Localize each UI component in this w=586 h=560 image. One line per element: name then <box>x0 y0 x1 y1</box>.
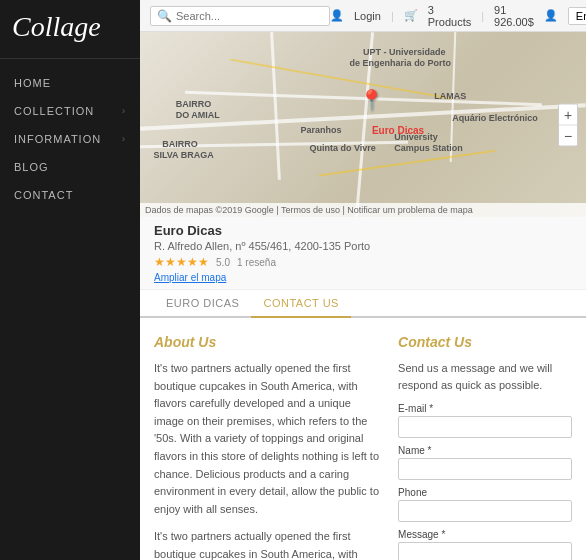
review-count: 1 reseña <box>237 257 276 268</box>
email-label: E-mail * <box>398 403 572 414</box>
star-rating: ★★★★★ <box>154 255 209 269</box>
contact-section: Contact Us Send us a message and we will… <box>398 334 572 560</box>
business-address: R. Alfredo Allen, nº 455/461, 4200-135 P… <box>154 240 572 252</box>
map-label: UPT - Universidade <box>363 47 446 57</box>
map-label: Aquário Electrónico <box>452 113 538 123</box>
about-title: About Us <box>154 334 380 350</box>
contact-description: Send us a message and we will respond as… <box>398 360 572 393</box>
top-bar-right: 👤 Login | 🛒 3 Products | 91 926.00$ 👤 En… <box>330 4 586 28</box>
email-field-container: E-mail * <box>398 403 572 438</box>
name-label: Name * <box>398 445 572 456</box>
chevron-right-icon: › <box>122 134 126 144</box>
sidebar-nav: HOME COLLECTION › INFORMATION › BLOG CON… <box>0 69 140 209</box>
message-input[interactable] <box>398 542 572 560</box>
top-bar: 🔍 👤 Login | 🛒 3 Products | 91 926.00$ 👤 … <box>140 0 586 32</box>
cart-icon: 🛒 <box>404 9 418 22</box>
tabs-bar: EURO DICAS CONTACT US <box>140 290 586 318</box>
search-bar[interactable]: 🔍 <box>150 6 330 26</box>
user-icon: 👤 <box>330 9 344 22</box>
content-area: About Us It's two partners actually open… <box>140 318 586 560</box>
map-label: DO AMIAL <box>176 110 220 120</box>
message-label: Message * <box>398 529 572 540</box>
business-name: Euro Dicas <box>154 223 572 238</box>
logo: Collage <box>0 0 140 59</box>
sidebar-item-collection[interactable]: COLLECTION › <box>0 97 140 125</box>
price-display: 91 926.00$ <box>494 4 534 28</box>
map-section: UPT - Universidade de Engenharia do Port… <box>140 32 586 217</box>
map-label: LAMAS <box>434 91 466 101</box>
phone-label: Phone <box>398 487 572 498</box>
chevron-right-icon: › <box>122 106 126 116</box>
phone-field-container: Phone <box>398 487 572 522</box>
language-selector[interactable]: English Español Português <box>568 7 586 25</box>
enlarge-map-link[interactable]: Ampliar el mapa <box>154 272 226 283</box>
about-section: About Us It's two partners actually open… <box>154 334 380 560</box>
main-content: 🔍 👤 Login | 🛒 3 Products | 91 926.00$ 👤 … <box>140 0 586 560</box>
map-road <box>319 149 496 176</box>
rating-value: 5.0 <box>216 257 230 268</box>
map-zoom-controls: + − <box>558 103 578 146</box>
map-pin: 📍 <box>359 90 384 110</box>
zoom-out-button[interactable]: − <box>559 125 577 145</box>
search-icon: 🔍 <box>157 9 172 23</box>
about-paragraph-2: It's two partners actually opened the fi… <box>154 528 380 560</box>
map-attribution: Dados de mapas ©2019 Google | Termos de … <box>145 205 473 215</box>
name-input[interactable] <box>398 458 572 480</box>
sidebar-item-blog[interactable]: BLOG <box>0 153 140 181</box>
map-label: SILVA BRAGA <box>153 150 213 160</box>
email-input[interactable] <box>398 416 572 438</box>
search-input[interactable] <box>176 10 323 22</box>
map-placeholder: UPT - Universidade de Engenharia do Port… <box>140 32 586 217</box>
about-paragraph-1: It's two partners actually opened the fi… <box>154 360 380 518</box>
sidebar: Collage HOME COLLECTION › INFORMATION › … <box>0 0 140 560</box>
message-field-container: Message * <box>398 529 572 560</box>
map-label: BAIRRO <box>162 139 198 149</box>
language-select[interactable]: English Español Português <box>568 7 586 25</box>
map-label: Paranhos <box>301 125 342 135</box>
map-label: BAIRRO <box>176 99 212 109</box>
phone-input[interactable] <box>398 500 572 522</box>
map-pin-label: Euro Dicas <box>372 125 424 136</box>
login-link[interactable]: Login <box>354 10 381 22</box>
products-count[interactable]: 3 Products <box>428 4 471 28</box>
address-bar: Euro Dicas R. Alfredo Allen, nº 455/461,… <box>140 217 586 290</box>
zoom-in-button[interactable]: + <box>559 104 577 125</box>
sidebar-item-contact[interactable]: CONTACT <box>0 181 140 209</box>
sidebar-item-information[interactable]: INFORMATION › <box>0 125 140 153</box>
contact-title: Contact Us <box>398 334 572 350</box>
tab-euro-dicas[interactable]: EURO DICAS <box>154 290 251 318</box>
sidebar-item-home[interactable]: HOME <box>0 69 140 97</box>
map-label: Quinta do Vivre <box>309 143 375 153</box>
map-label: de Engenharia do Porto <box>350 58 452 68</box>
tab-contact-us[interactable]: CONTACT US <box>251 290 351 318</box>
map-footer: Dados de mapas ©2019 Google | Termos de … <box>140 203 586 217</box>
currency-icon: 👤 <box>544 9 558 22</box>
map-label: Campus Station <box>394 143 463 153</box>
name-field-container: Name * <box>398 445 572 480</box>
map-road <box>270 32 281 180</box>
